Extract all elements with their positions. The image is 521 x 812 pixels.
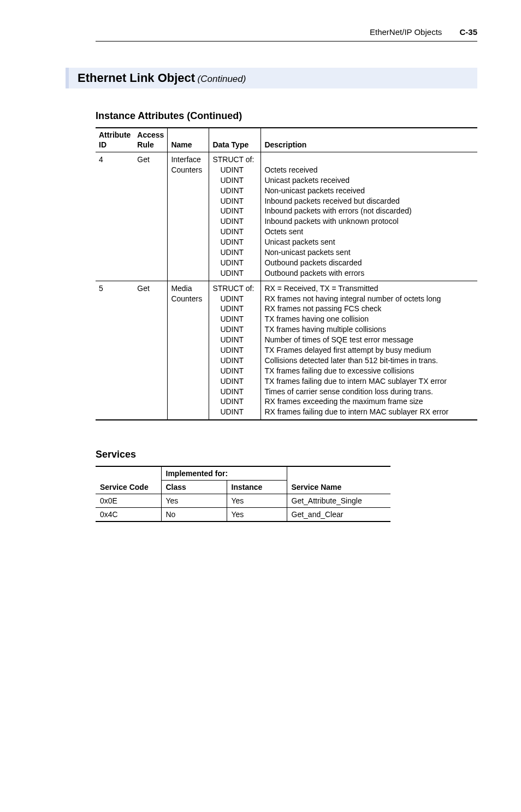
col-attr-id: Attribute ID: [96, 128, 134, 152]
col-instance: Instance: [227, 481, 287, 494]
cell-service-name: Get_Attribute_Single: [287, 494, 390, 508]
cell-attr-id: 4: [96, 152, 134, 281]
col-desc: Description: [261, 128, 477, 152]
cell-access: Get: [134, 152, 168, 281]
table-row: 4GetInterfaceCountersSTRUCT of:UDINTUDIN…: [96, 152, 477, 281]
col-access: Access Rule: [134, 128, 168, 152]
col-dtype: Data Type: [209, 128, 261, 152]
cell-dtype: STRUCT of:UDINTUDINTUDINTUDINTUDINTUDINT…: [209, 152, 261, 281]
services-table: Service Code Implemented for: Class Inst…: [96, 466, 390, 522]
table-row: 0x4CNoYesGet_and_Clear: [96, 508, 390, 522]
attributes-table: Attribute ID Access Rule Name Data Type …: [96, 127, 477, 420]
col-service-name: Service Name: [287, 481, 390, 494]
cell-dtype: STRUCT of:UDINTUDINTUDINTUDINTUDINTUDINT…: [209, 281, 261, 420]
col-name: Name: [168, 128, 209, 152]
cell-name: InterfaceCounters: [168, 152, 209, 281]
section-title: Ethernet Link Object: [78, 71, 195, 85]
cell-service-code: 0x4C: [96, 508, 161, 522]
header-rule: [96, 41, 477, 42]
col-service-code: Service Code: [96, 466, 161, 494]
table-row: 5GetMediaCountersSTRUCT of:UDINTUDINTUDI…: [96, 281, 477, 420]
page-number: C-35: [459, 27, 477, 37]
cell-instance: Yes: [227, 508, 287, 522]
col-class: Class: [161, 481, 227, 494]
attributes-heading: Instance Attributes (Continued): [96, 110, 477, 122]
doc-title: EtherNet/IP Objects: [370, 27, 442, 37]
cell-class: No: [161, 508, 227, 522]
cell-desc: RX = Received, TX = TransmittedRX frames…: [261, 281, 477, 420]
cell-attr-id: 5: [96, 281, 134, 420]
cell-access: Get: [134, 281, 168, 420]
col-group-implemented: Implemented for:: [161, 466, 287, 481]
empty-header-cell: [287, 466, 390, 481]
cell-instance: Yes: [227, 494, 287, 508]
section-title-band: Ethernet Link Object (Continued): [66, 68, 477, 88]
running-header: EtherNet/IP Objects C-35: [96, 27, 477, 37]
services-heading: Services: [96, 449, 477, 460]
table-row: 0x0EYesYesGet_Attribute_Single: [96, 494, 390, 508]
cell-class: Yes: [161, 494, 227, 508]
cell-desc: Octets receivedUnicast packets receivedN…: [261, 152, 477, 281]
cell-service-name: Get_and_Clear: [287, 508, 390, 522]
cell-service-code: 0x0E: [96, 494, 161, 508]
cell-name: MediaCounters: [168, 281, 209, 420]
section-continued: (Continued): [198, 74, 246, 84]
